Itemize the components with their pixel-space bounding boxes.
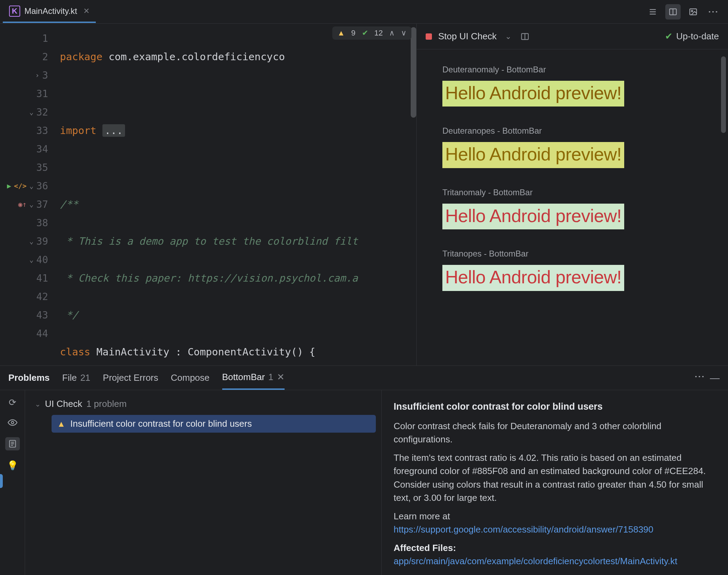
preview-sample[interactable]: Hello Android preview! — [442, 204, 624, 229]
stop-ui-check-button[interactable]: Stop UI Check — [438, 31, 497, 42]
layout-split-icon[interactable] — [520, 32, 529, 41]
fold-icon[interactable]: › — [35, 66, 39, 85]
problem-learn-more-link[interactable]: https://support.google.com/accessibility… — [394, 524, 653, 535]
fold-icon[interactable]: ⌄ — [29, 177, 33, 195]
run-gutter-icon[interactable]: ▶ — [7, 177, 11, 195]
typo-icon: ✔︎ — [362, 29, 368, 38]
problems-sidebar: ⟳ 💡 — [0, 390, 25, 575]
fold-icon[interactable]: ⌄ — [29, 232, 33, 251]
warning-icon: ▲ — [57, 419, 65, 429]
compose-preview-panel: Stop UI Check ⌄ ✔︎ Up-to-date Deuteranom… — [417, 24, 728, 365]
problem-detail-title: Insufficient color contrast for color bl… — [394, 400, 716, 414]
close-tab-icon[interactable]: ✕ — [83, 7, 90, 16]
svg-point-9 — [11, 422, 14, 424]
problems-detail: Insufficient color contrast for color bl… — [382, 390, 728, 575]
preview-label: Tritanomaly - BottomBar — [442, 188, 713, 197]
preview-content[interactable]: Deuteranomaly - BottomBar Hello Android … — [417, 49, 728, 365]
more-options-icon[interactable]: ⋮ — [706, 4, 721, 19]
preview-status: ✔︎ Up-to-date — [665, 31, 719, 42]
chevron-down-icon[interactable]: ⌄ — [505, 32, 511, 41]
inspection-prev-icon[interactable]: ∧ — [389, 29, 395, 38]
problems-tree-item[interactable]: ▲ Insufficient color contrast for color … — [52, 415, 376, 433]
code-editor[interactable]: ▲ 9 ✔︎ 12 ∧ ∨ 1 2 ›3 31 ⌄32 33 34 35 ▶</… — [0, 24, 417, 365]
editor-scrollbar[interactable] — [411, 27, 416, 118]
inspection-summary[interactable]: ▲ 9 ✔︎ 12 ∧ ∨ — [332, 26, 411, 40]
affected-files-label: Affected Files: — [394, 543, 456, 553]
preview-label: Tritanopes - BottomBar — [442, 249, 713, 259]
fold-icon[interactable]: ⌄ — [29, 195, 33, 214]
window-accent — [0, 474, 3, 488]
close-tab-icon[interactable]: ✕ — [277, 372, 285, 383]
problems-tab-compose[interactable]: Compose — [171, 366, 209, 390]
image-view-icon[interactable] — [686, 4, 701, 19]
view-list-icon[interactable] — [645, 4, 660, 19]
nav-gutter-icon[interactable]: </> — [14, 177, 26, 195]
editor-gutter: 1 2 ›3 31 ⌄32 33 34 35 ▶</>⌄36 ◉↑⌄37 38 … — [0, 24, 56, 365]
inspection-next-icon[interactable]: ∨ — [401, 29, 406, 38]
problems-tab-project-errors[interactable]: Project Errors — [103, 366, 158, 390]
check-icon: ✔︎ — [665, 31, 673, 42]
fold-icon[interactable]: ⌄ — [29, 251, 33, 269]
problems-title[interactable]: Problems — [8, 366, 50, 390]
code-content[interactable]: package com.example.colordeficiencyco im… — [56, 24, 416, 365]
preview-sample[interactable]: Hello Android preview! — [442, 265, 624, 291]
preview-scrollbar[interactable] — [721, 56, 726, 133]
inspection-typo-count: 12 — [374, 29, 383, 38]
preview-sample[interactable]: Hello Android preview! — [442, 81, 624, 107]
override-gutter-icon[interactable]: ◉↑ — [18, 195, 26, 214]
problem-detail-text: Color contrast check fails for Deuterano… — [394, 419, 716, 446]
problems-tab-file[interactable]: File 21 — [62, 366, 91, 390]
preview-sample[interactable]: Hello Android preview! — [442, 142, 624, 168]
problems-tree[interactable]: ⌄ UI Check 1 problem ▲ Insufficient colo… — [25, 390, 382, 575]
kotlin-file-icon: K — [9, 6, 20, 17]
details-icon[interactable] — [5, 437, 20, 450]
file-tab-mainactivity[interactable]: K MainActivity.kt ✕ — [3, 1, 96, 23]
problem-detail-text: The item's text contrast ratio is 4.02. … — [394, 451, 716, 505]
refresh-icon[interactable]: ⟳ — [9, 397, 16, 408]
split-view-icon[interactable] — [665, 4, 681, 19]
svg-point-6 — [691, 10, 693, 11]
problems-tab-bottombar[interactable]: BottomBar 1 ✕ — [222, 366, 285, 390]
more-options-icon[interactable]: ⋮ — [698, 371, 702, 384]
chevron-down-icon[interactable]: ⌄ — [35, 400, 41, 408]
stop-icon — [426, 33, 432, 40]
preview-label: Deuteranopes - BottomBar — [442, 126, 713, 136]
tab-filename: MainActivity.kt — [24, 6, 77, 16]
preview-label: Deuteranomaly - BottomBar — [442, 65, 713, 74]
tree-root-ui-check[interactable]: ⌄ UI Check 1 problem — [31, 396, 376, 411]
minimize-panel-icon[interactable]: — — [710, 372, 720, 384]
warning-icon: ▲ — [337, 29, 345, 38]
problems-panel: Problems File 21 Project Errors Compose … — [0, 365, 728, 575]
eye-icon[interactable] — [8, 418, 17, 427]
editor-tabbar: K MainActivity.kt ✕ ⋮ — [0, 0, 728, 24]
affected-file-link[interactable]: app/src/main/java/com/example/colordefic… — [394, 556, 677, 566]
bulb-icon[interactable]: 💡 — [7, 460, 18, 471]
fold-icon[interactable]: ⌄ — [29, 103, 33, 121]
inspection-warning-count: 9 — [351, 29, 355, 38]
